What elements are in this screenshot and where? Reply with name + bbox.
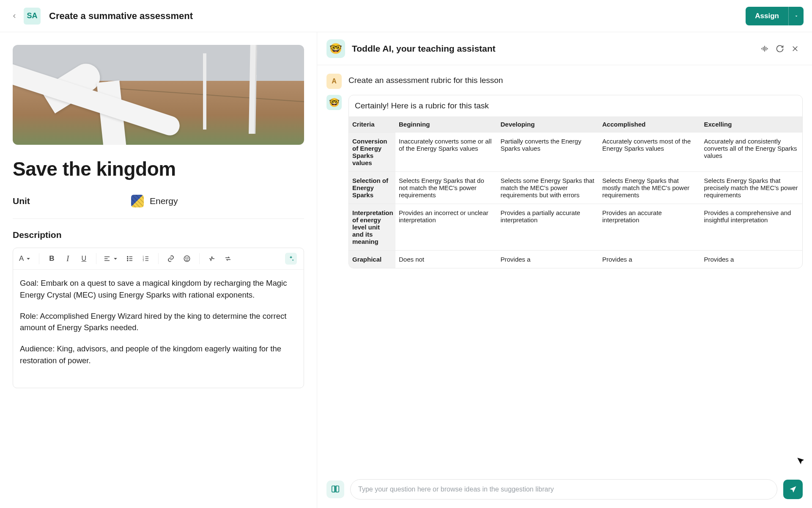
svg-point-15 — [184, 256, 190, 262]
description-editor: A B I U 123 — [13, 248, 304, 388]
align-button[interactable] — [102, 251, 121, 266]
rubric-cell: Accurately converts most of the Energy S… — [599, 133, 701, 172]
rubric-row: Interpretation of energy level unit and … — [349, 204, 802, 251]
svg-point-5 — [127, 258, 128, 259]
rubric-criteria: Graphical — [349, 251, 395, 268]
svg-point-3 — [127, 257, 128, 257]
link-button[interactable] — [164, 251, 178, 266]
ai-response-bubble: Certainly! Here is a rubric for this tas… — [348, 95, 803, 268]
rubric-cell: Selects Energy Sparks that mostly match … — [599, 172, 701, 204]
rubric-cell: Provides a — [599, 251, 701, 268]
ai-pane: 🤓 Toddle AI, your teaching assistant A C… — [317, 32, 812, 508]
document-title[interactable]: Save the kingdom — [13, 157, 304, 180]
ai-header: 🤓 Toddle AI, your teaching assistant — [317, 32, 812, 65]
rubric-cell: Does not — [395, 251, 497, 268]
chat-input-bar — [317, 473, 812, 508]
ai-avatar-icon: 🤓 — [326, 39, 345, 58]
equation-button[interactable] — [205, 251, 219, 266]
description-label: Description — [13, 230, 304, 240]
assign-button-group: Assign — [746, 7, 804, 25]
svg-point-7 — [127, 260, 128, 261]
rubric-cell: Partially converts the Energy Sparks val… — [497, 133, 599, 172]
unit-name[interactable]: Energy — [150, 196, 178, 206]
refresh-button[interactable] — [772, 41, 787, 56]
rubric-table: Criteria Beginning Developing Accomplish… — [349, 116, 802, 268]
ai-message: 🤓 Certainly! Here is a rubric for this t… — [326, 95, 803, 268]
svg-text:3: 3 — [143, 260, 144, 262]
assign-button[interactable]: Assign — [746, 7, 788, 25]
description-body[interactable]: Goal: Embark on a quest to save a magica… — [13, 270, 304, 388]
rubric-row: Graphical Does not Provides a Provides a… — [349, 251, 802, 268]
user-message: A Create an assessment rubric for this l… — [326, 74, 803, 89]
description-paragraph[interactable]: Role: Accomplished Energy Wizard hired b… — [20, 310, 297, 334]
ai-avatar-icon: 🤓 — [326, 95, 342, 110]
rubric-header: Excelling — [701, 116, 803, 133]
ai-title: Toddle AI, your teaching assistant — [352, 44, 496, 54]
swap-button[interactable] — [221, 251, 235, 266]
numbered-list-button[interactable]: 123 — [139, 251, 153, 266]
suggestion-library-button[interactable] — [326, 480, 344, 498]
rubric-row: Conversion of Energy Sparks values Inacc… — [349, 133, 802, 172]
ai-response-intro: Certainly! Here is a rubric for this tas… — [349, 95, 802, 116]
chat-scroll[interactable]: A Create an assessment rubric for this l… — [317, 65, 812, 473]
rubric-criteria: Selection of Energy Sparks — [349, 172, 395, 204]
unit-row: Unit Energy — [13, 195, 304, 219]
rubric-cell: Provides a comprehensive and insightful … — [701, 204, 803, 251]
rubric-header: Accomplished — [599, 116, 701, 133]
unit-label: Unit — [13, 196, 131, 206]
bold-button[interactable]: B — [44, 251, 59, 266]
back-button[interactable] — [8, 10, 20, 22]
underline-button[interactable]: U — [77, 251, 91, 266]
rubric-cell: Provides a — [497, 251, 599, 268]
rubric-cell: Provides a — [701, 251, 803, 268]
unit-icon — [131, 195, 144, 207]
rubric-cell: Inaccurately converts some or all of the… — [395, 133, 497, 172]
rubric-criteria: Interpretation of energy level unit and … — [349, 204, 395, 251]
chat-input[interactable] — [350, 479, 777, 500]
rubric-row: Selection of Energy Sparks Selects Energ… — [349, 172, 802, 204]
bullet-list-button[interactable] — [123, 251, 137, 266]
rubric-header: Beginning — [395, 116, 497, 133]
rubric-header: Developing — [497, 116, 599, 133]
rubric-cell: Selects Energy Sparks that precisely mat… — [701, 172, 803, 204]
svg-point-16 — [186, 258, 187, 259]
assessment-type-badge: SA — [24, 8, 41, 25]
rubric-cell: Accurately and consistently converts all… — [701, 133, 803, 172]
rubric-header-row: Criteria Beginning Developing Accomplish… — [349, 116, 802, 133]
description-paragraph[interactable]: Goal: Embark on a quest to save a magica… — [20, 277, 297, 301]
voice-button[interactable] — [757, 41, 772, 56]
hero-image[interactable] — [13, 45, 304, 145]
app-header: SA Create a summative assessment Assign — [0, 0, 812, 32]
assign-dropdown-button[interactable] — [788, 7, 804, 25]
italic-button[interactable]: I — [60, 251, 75, 266]
svg-point-17 — [188, 258, 189, 259]
text-style-button[interactable]: A — [17, 251, 34, 266]
rubric-cell: Provides an accurate interpretation — [599, 204, 701, 251]
ai-assist-button[interactable] — [285, 253, 297, 265]
send-button[interactable] — [783, 480, 803, 499]
page-title: Create a summative assessment — [49, 11, 193, 22]
rubric-cell: Provides an incorrect or unclear interpr… — [395, 204, 497, 251]
editor-toolbar: A B I U 123 — [13, 248, 304, 270]
description-paragraph[interactable]: Audience: King, advisors, and people of … — [20, 343, 297, 367]
user-avatar: A — [326, 74, 342, 89]
rubric-cell: Selects Energy Sparks that do not match … — [395, 172, 497, 204]
user-message-text: Create an assessment rubric for this les… — [348, 74, 503, 85]
emoji-button[interactable] — [180, 251, 194, 266]
rubric-cell: Provides a partially accurate interpreta… — [497, 204, 599, 251]
rubric-cell: Selects some Energy Sparks that match th… — [497, 172, 599, 204]
rubric-criteria: Conversion of Energy Sparks values — [349, 133, 395, 172]
close-button[interactable] — [787, 41, 803, 56]
editor-pane: Save the kingdom Unit Energy Description… — [0, 32, 317, 508]
rubric-header: Criteria — [349, 116, 395, 133]
